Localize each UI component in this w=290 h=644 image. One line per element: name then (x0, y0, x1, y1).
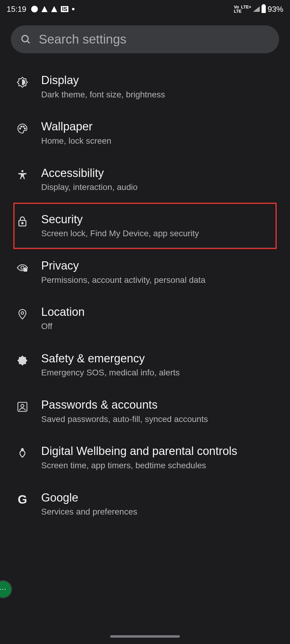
settings-item-accessibility[interactable]: Accessibility Display, interaction, audi… (0, 156, 290, 203)
status-left: 15:19 IS (7, 5, 74, 14)
status-right: Vo LTE+ LTE 93% (234, 5, 283, 14)
settings-item-privacy[interactable]: Privacy Permissions, account activity, p… (0, 249, 290, 295)
item-title: Safety & emergency (41, 351, 180, 366)
signal-icon (253, 6, 260, 12)
lock-icon (15, 214, 30, 229)
svg-point-10 (21, 266, 24, 269)
wellbeing-icon (15, 446, 30, 460)
item-title: Wallpaper (41, 119, 111, 134)
item-subtitle: Services and preferences (41, 506, 137, 518)
svg-point-0 (22, 35, 28, 42)
item-subtitle: Off (41, 321, 85, 332)
medical-icon (15, 353, 30, 368)
settings-item-safety[interactable]: Safety & emergency Emergency SOS, medica… (0, 342, 290, 388)
privacy-icon (15, 260, 30, 275)
item-subtitle: Screen lock, Find My Device, app securit… (41, 228, 199, 239)
settings-list: Display Dark theme, font size, brightnes… (0, 64, 290, 536)
item-title: Privacy (41, 259, 206, 273)
item-subtitle: Screen time, app timers, bedtime schedul… (41, 460, 237, 471)
send-icon-2 (51, 6, 57, 12)
item-subtitle: Permissions, account activity, personal … (41, 274, 206, 286)
search-placeholder: Search settings (39, 32, 127, 47)
battery-percent: 93% (268, 5, 283, 14)
search-icon (20, 34, 31, 45)
item-title: Accessibility (41, 166, 138, 181)
floating-action-button[interactable]: ⋯ (0, 580, 12, 598)
item-subtitle: Home, lock screen (41, 135, 111, 147)
is-badge-icon: IS (61, 6, 68, 12)
svg-line-1 (27, 41, 30, 43)
brightness-icon (15, 75, 30, 90)
status-bar: 15:19 IS Vo LTE+ LTE 93% (0, 0, 290, 18)
svg-point-3 (20, 128, 21, 129)
svg-point-12 (21, 312, 24, 314)
settings-item-location[interactable]: Location Off (0, 295, 290, 342)
svg-point-5 (23, 126, 24, 127)
notification-dot-icon (31, 6, 38, 12)
item-subtitle: Dark theme, font size, brightness (41, 89, 165, 100)
volte-indicator: Vo LTE+ LTE (234, 5, 251, 13)
settings-item-display[interactable]: Display Dark theme, font size, brightnes… (0, 64, 290, 110)
settings-item-security[interactable]: Security Screen lock, Find My Device, ap… (13, 203, 277, 249)
account-icon (15, 400, 30, 414)
item-title: Display (41, 73, 165, 88)
svg-point-9 (22, 222, 23, 224)
item-title: Passwords & accounts (41, 398, 208, 412)
item-title: Google (41, 491, 137, 505)
item-subtitle: Saved passwords, auto-fill, synced accou… (41, 414, 208, 425)
google-icon: G (15, 492, 30, 507)
accessibility-icon (15, 168, 30, 182)
settings-item-wellbeing[interactable]: Digital Wellbeing and parental controls … (0, 434, 290, 481)
item-title: Security (41, 212, 199, 227)
battery-icon (262, 5, 266, 13)
item-title: Digital Wellbeing and parental controls (41, 444, 237, 459)
search-settings-field[interactable]: Search settings (11, 25, 279, 53)
item-title: Location (41, 305, 85, 319)
send-icon (41, 6, 48, 12)
svg-point-6 (25, 128, 26, 129)
svg-point-7 (21, 170, 24, 172)
ellipsis-icon: ⋯ (0, 585, 7, 593)
item-subtitle: Display, interaction, audio (41, 181, 138, 193)
item-subtitle: Emergency SOS, medical info, alerts (41, 367, 180, 378)
location-icon (15, 307, 30, 321)
more-notifications-icon (72, 8, 74, 10)
svg-point-14 (21, 404, 24, 407)
settings-item-wallpaper[interactable]: Wallpaper Home, lock screen (0, 110, 290, 156)
palette-icon (15, 121, 30, 136)
svg-point-4 (21, 126, 22, 127)
clock: 15:19 (7, 5, 26, 14)
settings-item-passwords[interactable]: Passwords & accounts Saved passwords, au… (0, 388, 290, 434)
svg-rect-11 (24, 269, 27, 271)
navigation-handle[interactable] (110, 635, 180, 638)
settings-item-google[interactable]: G Google Services and preferences (0, 481, 290, 527)
